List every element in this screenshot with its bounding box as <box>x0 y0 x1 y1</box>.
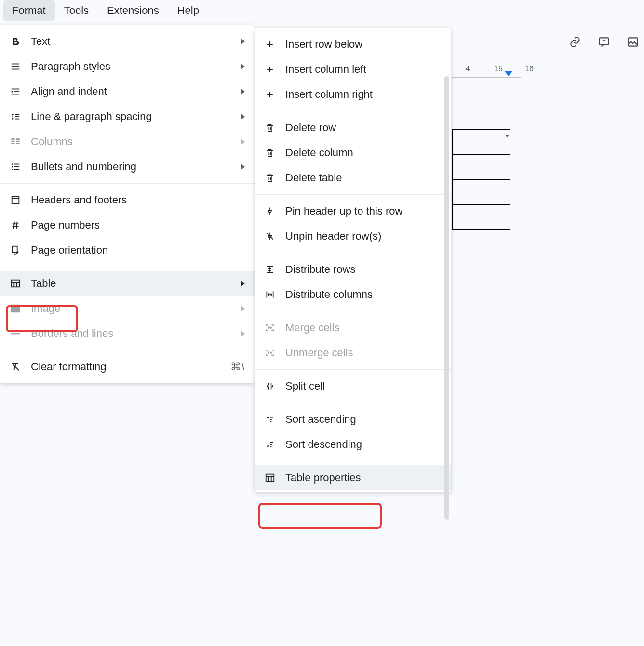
table-icon <box>264 472 276 484</box>
trash-icon <box>264 172 276 184</box>
menu-insert-row-below[interactable]: Insert row below <box>255 32 451 57</box>
menu-delete-table[interactable]: Delete table <box>255 165 451 190</box>
trash-icon <box>264 147 276 159</box>
chevron-right-icon <box>241 163 245 170</box>
svg-rect-20 <box>14 164 19 165</box>
menu-paragraph-styles[interactable]: Paragraph styles <box>0 54 255 79</box>
menu-clear-formatting[interactable]: Clear formatting ⌘\ <box>0 354 255 379</box>
menu-divider <box>255 369 451 370</box>
menubar: Format Tools Extensions Help <box>0 0 644 21</box>
menu-pin-header[interactable]: Pin header up to this row <box>255 199 451 224</box>
menu-item-label: Columns <box>31 135 231 148</box>
clear-format-icon <box>10 361 21 373</box>
menu-bullets-numbering[interactable]: Bullets and numbering <box>0 154 255 179</box>
menu-item-label: Insert column left <box>285 63 442 76</box>
chevron-right-icon <box>241 280 245 287</box>
menu-delete-row[interactable]: Delete row <box>255 115 451 140</box>
svg-point-17 <box>12 163 13 165</box>
ruler-tick: 4 <box>452 65 483 73</box>
menu-item-label: Page numbers <box>31 219 245 231</box>
menu-table[interactable]: Table <box>0 271 255 296</box>
menu-distribute-columns[interactable]: Distribute columns <box>255 282 451 307</box>
menu-item-label: Sort descending <box>285 438 442 451</box>
menu-headers-footers[interactable]: Headers and footers <box>0 188 255 213</box>
menu-insert-column-right[interactable]: Insert column right <box>255 82 451 107</box>
svg-rect-4 <box>12 69 20 70</box>
svg-rect-14 <box>16 139 19 140</box>
table-dropdown-icon[interactable] <box>503 132 511 140</box>
menu-divider <box>255 311 451 311</box>
columns-icon <box>10 136 21 148</box>
sort-desc-icon <box>264 439 276 450</box>
ruler-marker[interactable] <box>504 71 513 76</box>
menu-item-label: Bullets and numbering <box>31 161 231 173</box>
indent-icon <box>10 86 21 97</box>
hash-icon <box>10 219 21 231</box>
menu-divider <box>0 267 255 267</box>
menu-line-spacing[interactable]: Line & paragraph spacing <box>0 104 255 129</box>
document-table[interactable] <box>452 129 510 230</box>
menu-item-label: Paragraph styles <box>31 60 231 73</box>
chevron-right-icon <box>241 330 245 337</box>
menu-unpin-header[interactable]: Unpin header row(s) <box>255 224 451 249</box>
menu-item-label: Insert column right <box>285 88 442 101</box>
menu-item-label: Delete row <box>285 121 442 134</box>
menu-merge-cells: Merge cells <box>255 315 451 340</box>
menu-item-label: Line & paragraph spacing <box>31 110 231 123</box>
scrollbar[interactable] <box>444 76 449 520</box>
ruler-tick: 16 <box>514 65 545 73</box>
menu-distribute-rows[interactable]: Distribute rows <box>255 257 451 282</box>
plus-icon <box>264 64 276 75</box>
menu-item-label: Text <box>31 35 231 48</box>
menu-item-label: Page orientation <box>31 244 245 256</box>
menu-insert-column-left[interactable]: Insert column left <box>255 57 451 82</box>
menu-item-label: Borders and lines <box>31 327 231 340</box>
menu-split-cell[interactable]: Split cell <box>255 374 451 399</box>
menu-sort-descending[interactable]: Sort descending <box>255 432 451 457</box>
menu-item-label: Pin header up to this row <box>285 205 442 217</box>
menubar-tools[interactable]: Tools <box>55 0 98 21</box>
image-icon[interactable] <box>627 36 639 48</box>
svg-rect-9 <box>15 116 19 117</box>
svg-rect-35 <box>12 333 20 334</box>
menu-divider <box>0 183 255 184</box>
menu-text[interactable]: Text <box>0 29 255 54</box>
line-spacing-icon <box>10 111 21 122</box>
menu-align-indent[interactable]: Align and indent <box>0 79 255 104</box>
link-icon[interactable] <box>569 36 581 48</box>
menu-divider <box>255 253 451 253</box>
split-icon <box>264 380 276 392</box>
menu-page-orientation[interactable]: Page orientation <box>0 238 255 263</box>
ruler: 4 15 16 <box>452 62 644 76</box>
trash-icon <box>264 122 276 134</box>
menu-item-label: Delete table <box>285 172 442 184</box>
menu-table-properties[interactable]: Table properties <box>255 465 451 490</box>
header-footer-icon <box>10 194 21 206</box>
menubar-extensions[interactable]: Extensions <box>98 0 168 21</box>
menu-item-label: Align and indent <box>31 85 231 98</box>
menu-page-numbers[interactable]: Page numbers <box>0 213 255 238</box>
menu-sort-ascending[interactable]: Sort ascending <box>255 407 451 432</box>
svg-rect-5 <box>12 89 20 90</box>
menu-item-label: Table <box>31 277 231 290</box>
distribute-vertical-icon <box>264 264 276 275</box>
pin-icon <box>264 205 276 217</box>
keyboard-shortcut: ⌘\ <box>230 361 245 373</box>
menu-item-label: Sort ascending <box>285 413 442 426</box>
svg-rect-16 <box>16 143 19 144</box>
menu-item-label: Clear formatting <box>31 361 221 373</box>
menu-delete-column[interactable]: Delete column <box>255 140 451 165</box>
comment-icon[interactable] <box>598 36 610 48</box>
menubar-format[interactable]: Format <box>3 0 55 21</box>
chevron-right-icon <box>241 88 245 95</box>
svg-rect-29 <box>13 246 17 253</box>
unmerge-icon <box>264 347 276 359</box>
chevron-right-icon <box>241 38 245 45</box>
svg-rect-11 <box>12 139 14 140</box>
svg-rect-62 <box>266 474 274 482</box>
menu-item-label: Distribute columns <box>285 288 442 301</box>
svg-rect-3 <box>12 66 20 67</box>
svg-line-28 <box>16 222 17 229</box>
menu-image: Image <box>0 296 255 321</box>
menubar-help[interactable]: Help <box>168 0 208 21</box>
